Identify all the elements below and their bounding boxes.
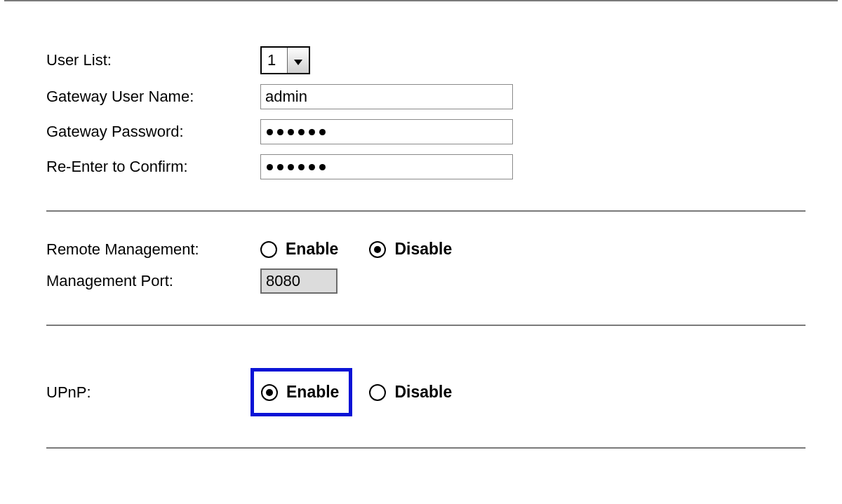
- gateway-username-label: Gateway User Name:: [46, 88, 260, 106]
- radio-label: Enable: [286, 383, 339, 402]
- divider: [46, 447, 806, 449]
- upnp-disable-radio[interactable]: Disable: [369, 383, 452, 402]
- remote-mgmt-enable-radio[interactable]: Enable: [260, 240, 338, 259]
- confirm-password-label: Re-Enter to Confirm:: [46, 158, 260, 176]
- user-section: User List: 1 Gateway User Name: Gateway …: [4, 22, 838, 206]
- upnp-enable-radio[interactable]: Enable: [261, 383, 339, 402]
- user-list-label: User List:: [46, 51, 260, 69]
- remote-mgmt-disable-radio[interactable]: Disable: [369, 240, 452, 259]
- mgmt-port-row: Management Port:: [46, 268, 838, 294]
- gateway-username-row: Gateway User Name:: [46, 84, 838, 109]
- confirm-password-input[interactable]: [260, 154, 513, 179]
- upnp-row: UPnP: Enable Disable: [46, 368, 838, 416]
- password-mask: [265, 120, 508, 144]
- remote-mgmt-label: Remote Management:: [46, 240, 260, 259]
- user-list-value: 1: [262, 48, 287, 73]
- upnp-highlight: Enable: [250, 368, 352, 416]
- password-mask: [265, 155, 508, 179]
- remote-mgmt-row: Remote Management: Enable Disable: [46, 240, 838, 259]
- mgmt-port-label: Management Port:: [46, 272, 260, 290]
- radio-label: Disable: [394, 383, 452, 402]
- user-list-row: User List: 1: [46, 46, 838, 74]
- dropdown-button[interactable]: [287, 48, 309, 73]
- chevron-down-icon: [294, 51, 302, 69]
- svg-marker-0: [294, 60, 302, 65]
- radio-label: Disable: [394, 240, 452, 259]
- upnp-section: UPnP: Enable Disable: [4, 330, 838, 443]
- gateway-password-row: Gateway Password:: [46, 119, 838, 144]
- divider: [46, 210, 806, 212]
- radio-icon: [260, 241, 277, 258]
- settings-form: User List: 1 Gateway User Name: Gateway …: [4, 0, 838, 449]
- gateway-username-input[interactable]: [260, 84, 513, 109]
- gateway-password-input[interactable]: [260, 119, 513, 144]
- remote-mgmt-radio-group: Enable Disable: [260, 240, 452, 259]
- upnp-label: UPnP:: [46, 383, 260, 402]
- upnp-radio-group: Enable Disable: [260, 368, 452, 416]
- gateway-password-label: Gateway Password:: [46, 123, 260, 141]
- radio-icon: [369, 241, 386, 258]
- confirm-password-row: Re-Enter to Confirm:: [46, 154, 838, 179]
- radio-icon: [261, 384, 278, 401]
- mgmt-port-input[interactable]: [260, 268, 338, 294]
- user-list-select[interactable]: 1: [260, 46, 310, 74]
- divider: [46, 325, 806, 326]
- remote-mgmt-section: Remote Management: Enable Disable Manage…: [4, 216, 838, 320]
- radio-icon: [369, 384, 386, 401]
- radio-label: Enable: [286, 240, 338, 259]
